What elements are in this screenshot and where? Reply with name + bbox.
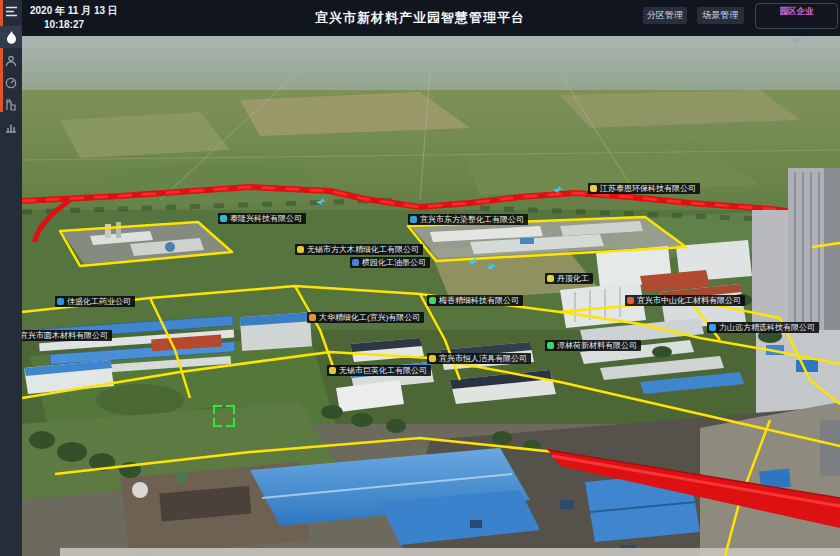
company-marker[interactable]: 泰隆兴科技有限公司 (218, 213, 306, 224)
bar-chart-icon[interactable] (0, 116, 22, 138)
company-icon (297, 246, 304, 253)
company-icon (590, 185, 597, 192)
company-icon (547, 275, 554, 282)
company-marker[interactable]: 梅香精细科技有限公司 (427, 295, 523, 306)
company-marker[interactable]: 无锡市巨英化工有限公司 (327, 365, 431, 376)
company-icon (410, 216, 417, 223)
selection-corner (213, 418, 222, 427)
company-label: 丹顶化工 (557, 273, 589, 284)
park-enterprise-dropdown[interactable]: 园区企业 (755, 3, 838, 29)
top-bar: 2020 年 11 月 13 日 10:18:27 宜兴市新材料产业园智慧管理平… (0, 0, 840, 36)
company-label: 泰隆兴科技有限公司 (230, 213, 302, 224)
company-label: 无锡市方大木精细化工有限公司 (307, 244, 419, 255)
page-title: 宜兴市新材料产业园智慧管理平台 (315, 9, 525, 27)
gauge-icon[interactable] (0, 72, 22, 94)
company-marker[interactable]: 大华精细化工(宜兴)有限公司 (307, 312, 424, 323)
selection-box[interactable] (213, 405, 235, 427)
company-marker[interactable]: 江苏泰恩环保科技有限公司 (588, 183, 700, 194)
company-label: 宜兴市恒人洁具有限公司 (439, 353, 527, 364)
company-label: 宜兴市中山化工材料有限公司 (637, 295, 741, 306)
company-marker[interactable]: 宜兴市东方染整化工有限公司 (408, 214, 528, 225)
company-marker[interactable]: 宜兴市中山化工材料有限公司 (625, 295, 745, 306)
scene-management-button[interactable]: 场景管理 (697, 7, 744, 24)
menu-icon[interactable] (0, 0, 22, 22)
current-time: 10:18:27 (30, 18, 118, 32)
company-marker[interactable]: 潭林荷新材料有限公司 (545, 340, 641, 351)
company-label: 横园化工油墨公司 (362, 257, 426, 268)
park-enterprise-label: 园区企业 (756, 6, 837, 18)
company-label: 潭林荷新材料有限公司 (557, 340, 637, 351)
company-marker[interactable]: 宜兴市恒人洁具有限公司 (427, 353, 531, 364)
company-icon (709, 324, 716, 331)
company-icon (309, 314, 316, 321)
chevron-down-icon (792, 38, 802, 43)
user-icon[interactable] (0, 50, 22, 72)
company-icon (429, 297, 436, 304)
selection-corner (226, 405, 235, 414)
company-label: 力山远方精选科技有限公司 (719, 322, 815, 333)
company-icon (57, 298, 64, 305)
map-viewport[interactable]: 泰隆兴科技有限公司宜兴市东方染整化工有限公司无锡市方大木精细化工有限公司横园化工… (22, 36, 840, 556)
company-marker[interactable]: 无锡市方大木精细化工有限公司 (295, 244, 423, 255)
factory-icon[interactable] (0, 94, 22, 116)
app-window: 泰隆兴科技有限公司宜兴市东方染整化工有限公司无锡市方大木精细化工有限公司横园化工… (0, 0, 840, 556)
company-icon (329, 367, 336, 374)
company-icon (352, 259, 359, 266)
company-marker[interactable]: 横园化工油墨公司 (350, 257, 430, 268)
company-label: 梅香精细科技有限公司 (439, 295, 519, 306)
zone-management-button[interactable]: 分区管理 (643, 7, 687, 24)
company-marker[interactable]: 宜兴市圆木材料有限公司 (22, 330, 112, 341)
selection-corner (213, 405, 222, 414)
company-label: 江苏泰恩环保科技有限公司 (600, 183, 696, 194)
company-label: 大华精细化工(宜兴)有限公司 (319, 312, 420, 323)
company-icon (547, 342, 554, 349)
company-icon (627, 297, 634, 304)
company-icon (429, 355, 436, 362)
current-date: 2020 年 11 月 13 日 (30, 4, 118, 18)
company-label: 宜兴市圆木材料有限公司 (22, 330, 108, 341)
company-label: 佳盛化工药业公司 (67, 296, 131, 307)
company-marker[interactable]: 丹顶化工 (545, 273, 593, 284)
flame-icon[interactable] (0, 26, 22, 48)
selection-corner (226, 418, 235, 427)
datetime-block: 2020 年 11 月 13 日 10:18:27 (30, 4, 118, 32)
company-label: 无锡市巨英化工有限公司 (339, 365, 427, 376)
left-sidebar (0, 0, 22, 556)
company-marker[interactable]: 力山远方精选科技有限公司 (707, 322, 819, 333)
company-marker[interactable]: 佳盛化工药业公司 (55, 296, 135, 307)
company-label: 宜兴市东方染整化工有限公司 (420, 214, 524, 225)
company-icon (220, 215, 227, 222)
